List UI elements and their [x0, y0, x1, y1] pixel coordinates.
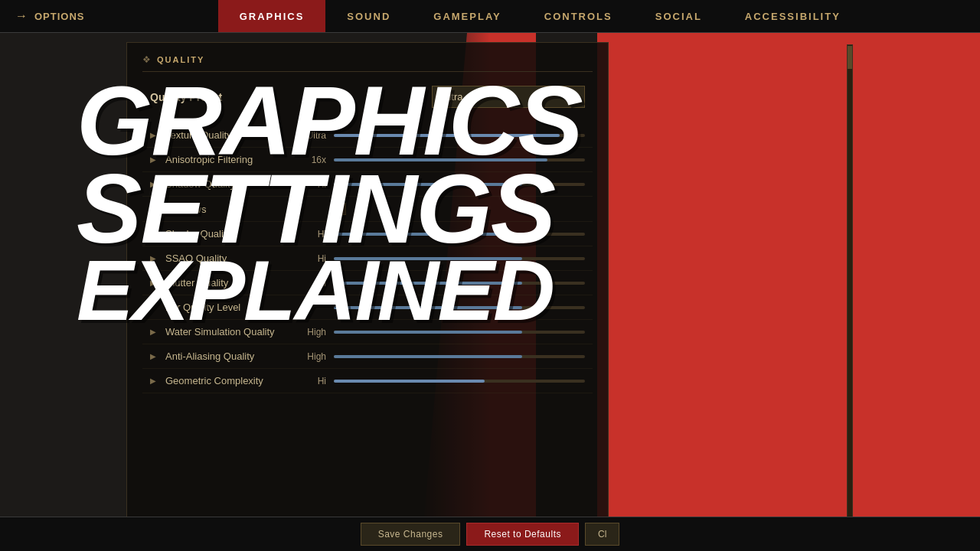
shadow-quality-value: Hi — [296, 179, 326, 190]
nav-tabs: GRAPHICS SOUND GAMEPLAY CONTROLS SOCIAL … — [100, 0, 980, 32]
clutter-quality-label: Clutter Quality — [165, 277, 288, 289]
clutter-quality-value: Hi — [296, 278, 326, 289]
setting-row-geo: ▶ Geometric Complexity Hi — [142, 369, 593, 393]
fur-quality-fill — [334, 306, 522, 309]
texture-quality-label: Texture Quality — [165, 129, 288, 141]
reset-defaults-button[interactable]: Reset to Defaults — [466, 523, 579, 546]
shader-quality-label: Shader Quality — [165, 228, 288, 240]
setting-row-shader: ▶ Shader Quality Hi — [142, 222, 593, 246]
geo-complexity-label: Geometric Complexity — [165, 375, 288, 386]
setting-row-fur: ▶ Fur Quality Level — [142, 295, 593, 320]
back-button[interactable]: → OPTIONS — [0, 9, 100, 23]
fur-quality-label: Fur Quality Level — [165, 302, 288, 313]
expand-icon-aniso[interactable]: ▶ — [150, 155, 158, 164]
back-arrow-icon: → — [15, 9, 28, 23]
clutter-quality-fill — [334, 282, 522, 285]
setting-row-ssao: ▶ SSAO Quality Hi — [142, 246, 593, 271]
expand-icon-aa[interactable]: ▶ — [150, 352, 158, 360]
tab-accessibility[interactable]: ACCESSIBILITY — [724, 0, 862, 32]
expand-icon-water[interactable]: ▶ — [150, 328, 158, 336]
tab-graphics[interactable]: GRAPHICS — [218, 0, 326, 32]
shadow-quality-fill — [334, 183, 522, 186]
scrollbar[interactable] — [847, 44, 853, 527]
quality-preset-label: Quality Preset — [150, 91, 222, 103]
bottom-toolbar: Save Changes Reset to Defaults Cl — [0, 517, 980, 551]
geo-complexity-fill — [334, 380, 485, 383]
setting-row-shadow: ▶ Shadow Quality Hi — [142, 172, 593, 197]
setting-row-anisotropic: ▶ Anisotropic Filtering 16x — [142, 148, 593, 172]
aa-quality-value: High — [296, 351, 326, 362]
setting-row-clutter: ▶ Clutter Quality Hi — [142, 271, 593, 295]
ssao-slider[interactable] — [334, 257, 585, 260]
ssao-fill — [334, 257, 522, 260]
shadow-quality-label: Shadow Quality — [165, 178, 288, 190]
water-quality-fill — [334, 331, 522, 334]
aa-quality-label: Anti-Aliasing Quality — [165, 350, 288, 362]
aa-quality-fill — [334, 355, 522, 358]
preset-value: Ultra — [442, 91, 462, 103]
fur-quality-slider[interactable] — [334, 306, 585, 309]
anisotropic-label: Anisotropic Filtering — [165, 154, 288, 165]
background-red — [597, 0, 980, 551]
expand-icon-ssao[interactable]: ▶ — [150, 254, 158, 262]
section-icon: ❖ — [142, 54, 151, 65]
dropdown-arrow-icon: ▼ — [567, 93, 575, 101]
close-button[interactable]: Cl — [585, 523, 619, 546]
anisotropic-slider[interactable] — [334, 158, 585, 161]
texture-quality-slider[interactable] — [334, 134, 585, 137]
water-quality-slider[interactable] — [334, 331, 585, 334]
aa-quality-slider[interactable] — [334, 355, 585, 358]
quality-preset-dropdown[interactable]: Ultra ▼ — [432, 86, 585, 108]
shader-quality-fill — [334, 233, 522, 236]
back-label: OPTIONS — [34, 11, 85, 22]
section-header: ❖ QUALITY — [142, 54, 593, 72]
save-changes-button[interactable]: Save Changes — [361, 523, 461, 546]
ssao-value: Hi — [296, 253, 326, 264]
water-quality-label: Water Simulation Quality — [165, 326, 288, 337]
settings-panel: ❖ QUALITY Quality Preset Ultra ▼ ▶ Textu… — [126, 42, 609, 532]
clutter-quality-slider[interactable] — [334, 282, 585, 285]
anisotropic-value: 16x — [296, 155, 326, 165]
setting-row-shadows-cb: ▶ Shadows — [142, 197, 593, 222]
settings-scroll-area[interactable]: ❖ QUALITY Quality Preset Ultra ▼ ▶ Textu… — [127, 43, 608, 531]
geo-complexity-slider[interactable] — [334, 380, 585, 383]
tab-social[interactable]: SOCIAL — [634, 0, 724, 32]
tab-controls[interactable]: CONTROLS — [523, 0, 634, 32]
setting-row-water: ▶ Water Simulation Quality High — [142, 320, 593, 344]
tab-sound[interactable]: SOUND — [325, 0, 412, 32]
shader-quality-value: Hi — [296, 229, 326, 240]
top-navigation: → OPTIONS GRAPHICS SOUND GAMEPLAY CONTRO… — [0, 0, 980, 33]
quality-preset-row: Quality Preset Ultra ▼ — [142, 86, 593, 108]
shadows-checkbox[interactable] — [334, 203, 346, 215]
expand-icon-shadow[interactable]: ▶ — [150, 180, 158, 188]
texture-quality-value: Ultra — [296, 130, 326, 141]
shader-quality-slider[interactable] — [334, 233, 585, 236]
shadow-quality-slider[interactable] — [334, 183, 585, 186]
expand-icon-clutter[interactable]: ▶ — [150, 279, 158, 287]
setting-row-aa: ▶ Anti-Aliasing Quality High — [142, 344, 593, 369]
ssao-label: SSAO Quality — [165, 253, 288, 264]
scroll-thumb[interactable] — [848, 46, 852, 69]
tab-gameplay[interactable]: GAMEPLAY — [412, 0, 522, 32]
setting-row-texture: ▶ Texture Quality Ultra — [142, 123, 593, 148]
geo-complexity-value: Hi — [296, 376, 326, 386]
water-quality-value: High — [296, 327, 326, 337]
anisotropic-fill — [334, 158, 547, 161]
expand-icon-shader[interactable]: ▶ — [150, 230, 158, 238]
shadows-label: Shadows — [165, 204, 288, 215]
expand-icon[interactable]: ▶ — [150, 131, 158, 139]
texture-quality-fill — [334, 134, 560, 137]
section-title: QUALITY — [157, 55, 204, 64]
expand-icon-geo[interactable]: ▶ — [150, 377, 158, 385]
